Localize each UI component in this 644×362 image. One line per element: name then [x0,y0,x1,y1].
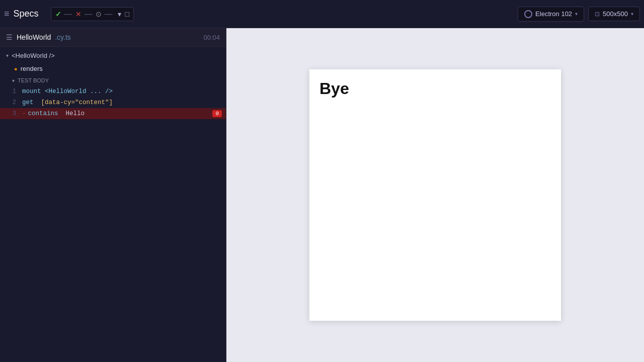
file-name: HelloWorld [17,33,51,41]
preview-text: Bye [319,79,551,98]
electron-label: Electron 102 [535,10,572,18]
sep3: — [105,10,113,19]
tree-item-renders[interactable]: ● renders [0,62,226,75]
code-line-1[interactable]: 1 mount <HelloWorld ... /> [0,86,226,97]
toolbar-buttons: ✓ — ✕ — ⊙ — ▾ □ [51,7,134,21]
toolbar-dropdown-button[interactable]: ▾ [116,10,123,18]
circle-icon: ⊙ [96,10,102,18]
test-body-header[interactable]: ▾ TEST BODY [0,75,226,86]
line-num-3: 3 [4,110,16,117]
top-bar: ≡ Specs ✓ — ✕ — ⊙ — ▾ □ Electron 102 ▾ ⊡… [0,0,644,28]
main-content: ☰ HelloWorld .cy.ts 00:04 ▾ <HelloWorld … [0,28,644,362]
file-timer: 00:04 [203,34,220,41]
viewport-icon: ⊡ [595,11,600,18]
get-keyword: get [22,99,34,106]
line-num-2: 2 [4,99,16,106]
get-selector: [data-cy="content"] [41,99,113,106]
line-num-1: 1 [4,88,16,95]
sep1: — [64,10,72,19]
file-icon: ☰ [6,33,13,41]
check-icon: ✓ [55,10,61,18]
mount-keyword: mount [22,88,41,95]
electron-chevron-icon: ▾ [575,11,578,17]
test-tree: ▾ <HelloWorld /> ● renders ▾ TEST BODY 1… [0,47,226,362]
right-panel: Bye [226,28,644,362]
sep2: — [85,10,93,19]
code-lines: 1 mount <HelloWorld ... /> 2 get [data-c… [0,86,226,119]
mount-space [41,88,45,95]
test-body-label: TEST BODY [18,77,49,83]
contains-space [58,110,66,117]
group-chevron-icon: ▾ [6,53,9,58]
running-icon: ● [14,66,18,72]
preview-frame: Bye [309,69,561,321]
test-body-chevron-icon: ▾ [12,78,15,83]
electron-icon [524,10,532,18]
file-header-left: ☰ HelloWorld .cy.ts [6,33,71,41]
menu-icon: ≡ [4,9,10,19]
contains-value: Hello [66,110,85,117]
toolbar-square-button[interactable]: □ [125,10,129,18]
viewport-selector-button[interactable]: ⊡ 500x500 ▾ [588,7,640,21]
top-bar-right: Electron 102 ▾ ⊡ 500x500 ▾ [518,7,640,22]
fail-badge: 0 [212,110,222,117]
group-label: <HelloWorld /> [12,52,55,59]
file-extension: .cy.ts [55,33,71,41]
code-line-3[interactable]: 3 - contains Hello 0 [0,108,226,119]
viewport-chevron-icon: ▾ [631,11,633,17]
viewport-label: 500x500 [603,10,628,18]
mount-tag: <HelloWorld ... /> [45,88,113,95]
specs-title: Specs [14,9,39,19]
contains-dash: - [22,110,26,117]
file-header: ☰ HelloWorld .cy.ts 00:04 [0,28,226,47]
code-line-2[interactable]: 2 get [data-cy="content"] [0,97,226,108]
get-space [34,99,41,106]
left-panel: ☰ HelloWorld .cy.ts 00:04 ▾ <HelloWorld … [0,28,226,362]
x-icon: ✕ [75,10,82,18]
renders-label: renders [21,65,43,72]
electron-selector-button[interactable]: Electron 102 ▾ [518,7,584,22]
top-bar-left: ≡ Specs ✓ — ✕ — ⊙ — ▾ □ [4,7,134,21]
contains-keyword: contains [28,110,58,117]
tree-group-header[interactable]: ▾ <HelloWorld /> [0,49,226,62]
